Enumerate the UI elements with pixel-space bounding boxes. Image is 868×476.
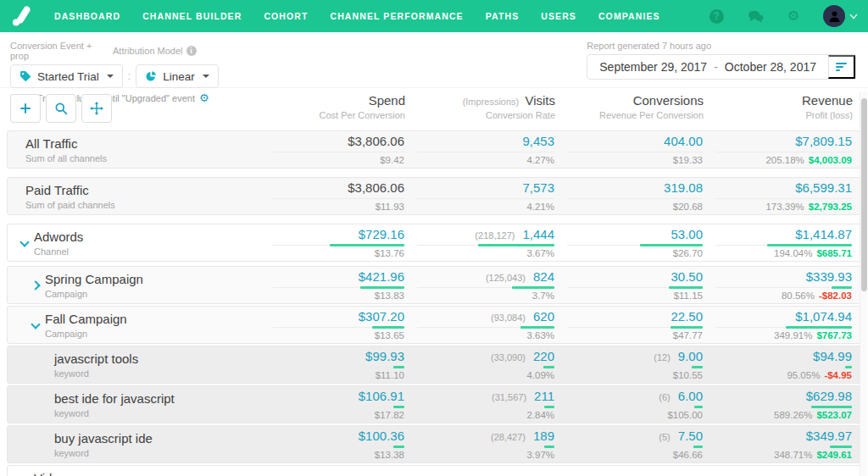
user-menu[interactable] xyxy=(823,5,858,27)
info-icon[interactable]: i xyxy=(186,46,197,56)
tag-icon xyxy=(19,70,31,82)
proportion-bar xyxy=(393,446,404,448)
impressions-value: (218,127) xyxy=(475,230,515,241)
revenue-cell: $94.99 95.05%-$4.95 xyxy=(703,349,852,380)
nav-item-dashboard[interactable]: DASHBOARD xyxy=(54,11,120,21)
table-row[interactable]: Adwords Channel $729.16 $13.76 (218,127)… xyxy=(7,224,861,262)
table-header: Spend Cost Per Conversion (Impressions) … xyxy=(7,92,861,126)
visits-value: 1,444 xyxy=(522,227,554,241)
conversions-value: 6.00 xyxy=(678,389,703,403)
proportion-bar xyxy=(393,366,404,368)
row-type: keyword xyxy=(54,448,153,458)
conversion-rate-value: 3.67% xyxy=(417,248,554,258)
add-channel-button[interactable] xyxy=(10,94,41,123)
col-header-visits[interactable]: (Impressions) Visits Conversion Rate xyxy=(405,92,555,126)
spend-cell: $100.36 $13.38 xyxy=(260,429,404,460)
profit-value: $767.73 xyxy=(816,330,852,340)
navbar: DASHBOARD CHANNEL BUILDER COHORT CHANNEL… xyxy=(0,0,868,32)
nav-item-cohort[interactable]: COHORT xyxy=(264,11,308,21)
table-row[interactable]: All Traffic Sum of all channels $3,806.0… xyxy=(7,130,861,169)
proportion-bar xyxy=(640,244,703,246)
profit-value: $2,793.25 xyxy=(809,202,852,212)
nav-item-channel-performance[interactable]: CHANNEL PERFORMANCE xyxy=(331,11,464,21)
settings-gear-icon[interactable]: ⚙ xyxy=(787,9,799,23)
spend-value: $729.16 xyxy=(359,227,404,241)
row-type: keyword xyxy=(54,368,138,379)
spend-value: $100.36 xyxy=(359,429,404,443)
conversion-rate-value: 4.09% xyxy=(417,370,554,380)
expand-chevron-icon[interactable] xyxy=(31,319,45,331)
date-end: October 28, 2017 xyxy=(725,60,816,74)
spend-value: $99.93 xyxy=(365,349,404,363)
spend-cell: $729.16 $13.76 xyxy=(260,227,404,258)
nav-item-channel-builder[interactable]: CHANNEL BUILDER xyxy=(142,11,242,21)
chat-icon[interactable] xyxy=(748,10,764,23)
date-start: September 29, 2017 xyxy=(599,60,707,74)
proportion-bar xyxy=(811,406,852,408)
avatar-figure-icon xyxy=(828,10,841,23)
conversions-value: 9.00 xyxy=(678,349,703,363)
row-name: Video xyxy=(34,471,69,476)
visits-value: 220 xyxy=(533,349,554,363)
proportion-bar xyxy=(830,446,852,448)
proportion-bar xyxy=(669,286,703,289)
reorder-button[interactable] xyxy=(81,94,112,123)
conversions-cell: 30.50 $11.15 xyxy=(554,269,703,301)
date-range-picker[interactable]: September 29, 2017 - October 28, 2017 xyxy=(587,55,828,79)
nav-item-paths[interactable]: PATHS xyxy=(486,11,520,21)
pie-chart-icon xyxy=(145,70,157,82)
row-type: keyword xyxy=(54,408,175,418)
col-header-spend[interactable]: Spend Cost Per Conversion xyxy=(261,92,405,126)
row-name: Fall Campaign xyxy=(45,312,127,326)
report-generated-label: Report generated 7 hours ago xyxy=(587,41,856,51)
performance-table: Spend Cost Per Conversion (Impressions) … xyxy=(0,88,868,476)
proportion-bar xyxy=(845,366,852,368)
cost-per-conversion-value: $17.82 xyxy=(273,410,404,420)
conversions-cell: (5)7.50 $46.66 xyxy=(554,429,703,460)
conversions-value: 30.50 xyxy=(670,269,703,284)
app-logo[interactable] xyxy=(10,5,36,27)
table-row[interactable]: javascript tools keyword $99.93 $11.10 (… xyxy=(7,346,861,384)
table-row[interactable]: best ide for javascript keyword $106.91 … xyxy=(7,385,861,423)
filter-separator: : xyxy=(128,70,131,82)
cost-per-conversion-value: $13.65 xyxy=(273,330,404,340)
expand-chevron-icon[interactable] xyxy=(31,280,45,291)
attribution-model-select[interactable]: Linear xyxy=(136,64,219,88)
revenue-per-conversion-value: $47.77 xyxy=(567,330,703,340)
conversion-rate-value: 2.84% xyxy=(417,410,554,420)
impressions-value: (33,090) xyxy=(491,352,526,363)
col-header-conversions[interactable]: Conversions Revenue Per Conversion xyxy=(555,92,704,126)
revenue-cell: $349.97 348.71%$249.61 xyxy=(703,429,852,460)
caret-down-icon xyxy=(107,75,114,78)
visits-value: 824 xyxy=(533,269,554,284)
table-row[interactable]: Fall Campaign Campaign $307.20 $13.65 (9… xyxy=(7,306,861,344)
search-button[interactable] xyxy=(46,94,76,123)
row-type: Sum of all channels xyxy=(25,153,107,163)
visits-cell: (93,084)620 3.63% xyxy=(404,309,554,340)
proportion-bar xyxy=(693,446,703,448)
spend-cell: $307.20 $13.65 xyxy=(260,309,404,340)
table-row[interactable]: Video Channel $399.98 375 14.00 $644.87 xyxy=(7,465,861,476)
proportion-bar xyxy=(543,366,554,368)
date-range-section: Report generated 7 hours ago September 2… xyxy=(587,41,856,80)
profit-value: -$4.95 xyxy=(824,370,852,380)
row-name: Spring Campaign xyxy=(45,272,143,286)
proportion-bar xyxy=(670,326,703,329)
table-row[interactable]: buy javascript ide keyword $100.36 $13.3… xyxy=(7,425,861,463)
cost-per-conversion-value: $13.76 xyxy=(273,248,404,258)
proportion-bar xyxy=(694,406,703,408)
caret-down-icon xyxy=(203,75,209,78)
nav-item-users[interactable]: USERS xyxy=(541,11,576,21)
conversion-event-select[interactable]: Started Trial xyxy=(10,64,123,88)
revenue-per-conversion-value: $11.15 xyxy=(567,291,703,301)
col-header-revenue[interactable]: Revenue Profit (loss) xyxy=(704,92,853,126)
expand-chevron-icon[interactable] xyxy=(19,237,34,249)
help-icon[interactable]: ? xyxy=(709,9,724,24)
revenue-cell: $7,809.15 205.18%$4,003.09 xyxy=(703,134,852,165)
date-options-button[interactable] xyxy=(828,55,855,79)
nav-right-icons: ? ⚙ xyxy=(709,5,858,27)
table-row[interactable]: Paid Traffic Sum of paid channels $3,806… xyxy=(7,177,861,215)
nav-item-companies[interactable]: COMPANIES xyxy=(598,11,660,21)
table-row[interactable]: Spring Campaign Campaign $421.96 $13.83 … xyxy=(7,266,861,304)
scrollbar-thumb[interactable] xyxy=(861,98,867,291)
